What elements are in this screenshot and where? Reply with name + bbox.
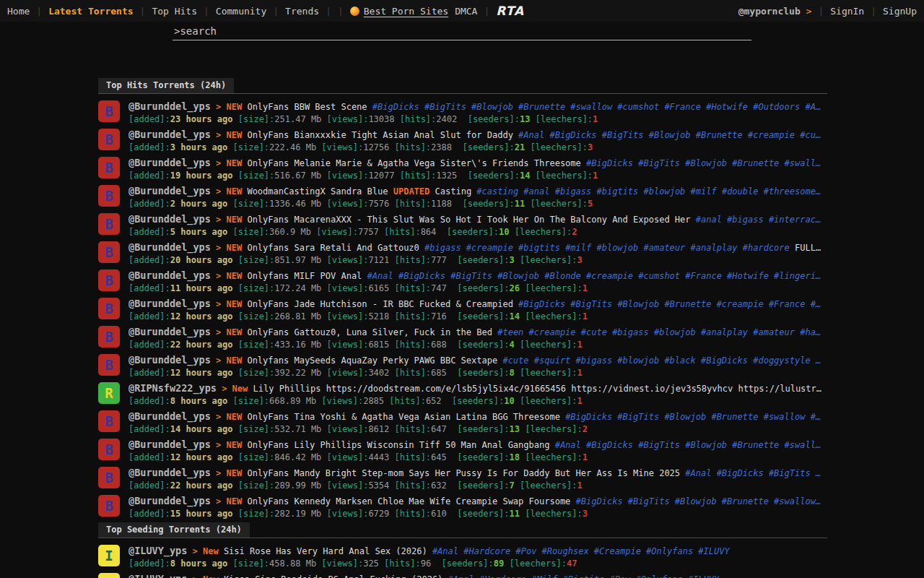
torrent-row[interactable]: B@Burunddel_yps > NEW WoodmanCastingX Sa… — [98, 182, 827, 210]
torrent-uploader[interactable]: @Burunddel_yps — [128, 100, 211, 112]
user-avatar[interactable]: B — [98, 100, 120, 122]
torrent-row[interactable]: B@Burunddel_yps > NEW OnlyFans Bianxxxki… — [98, 126, 827, 154]
nav-latest-torrents[interactable]: Latest Torrents — [48, 6, 133, 17]
search-input[interactable]: >search — [173, 23, 751, 40]
user-avatar[interactable]: I — [98, 545, 120, 566]
torrent-uploader[interactable]: @Burunddel_yps — [128, 439, 211, 450]
nav-community[interactable]: Community — [216, 6, 266, 17]
tag-links[interactable]: #BigDicks #BigTits #Blowjob #Brunette #c… — [518, 299, 821, 309]
nav-trends[interactable]: Trends — [285, 6, 319, 17]
torrent-row[interactable]: B@Burunddel_yps > NEW Onlyfans MaySeeds … — [98, 351, 827, 379]
torrent-row[interactable]: B@Burunddel_yps > NEW OnlyFans Melanie M… — [98, 154, 827, 182]
user-avatar[interactable]: B — [98, 241, 120, 263]
user-avatar[interactable]: B — [98, 410, 120, 432]
torrent-uploader[interactable]: @Burunddel_yps — [128, 467, 211, 478]
torrent-uploader[interactable]: @Burunddel_yps — [128, 129, 211, 140]
torrent-row[interactable]: B@Burunddel_yps > NEW OnlyFans BBW Best … — [98, 98, 827, 126]
nav-top-hits[interactable]: Top Hits — [152, 6, 197, 17]
tag-links[interactable]: #Anal #BigDicks #BigTits … — [685, 468, 821, 478]
torrent-uploader[interactable]: @Burunddel_yps — [128, 269, 211, 281]
torrent-title[interactable]: OnlyFans MacarenaXXX - This Slut Was So … — [247, 215, 690, 225]
tag-links[interactable]: #Anal #Hardcore #Milf #Bigtits #Pov #Onl… — [448, 574, 720, 578]
nav-dmca[interactable]: DMCA — [455, 6, 477, 17]
user-avatar[interactable]: B — [98, 326, 120, 348]
user-avatar[interactable]: B — [98, 467, 120, 488]
tag-links[interactable]: #casting #anal #bigass #bigtits #blowjob… — [476, 186, 821, 197]
torrent-title[interactable]: FULL… — [795, 243, 821, 253]
torrent-row[interactable]: B@Burunddel_yps > NEW OnlyFans Mandy Bri… — [98, 464, 827, 492]
torrent-title[interactable]: WoodmanCastingX Sandra Blue — [247, 186, 388, 197]
user-avatar[interactable]: I — [98, 573, 120, 578]
torrent-row[interactable]: B@Burunddel_yps > NEW OnlyFans Lily Phil… — [98, 436, 827, 464]
torrent-title[interactable]: OnlyFans Kennedy Marksen Chloe Mae Wife … — [247, 496, 570, 506]
user-avatar[interactable]: B — [98, 129, 120, 150]
signup-link[interactable]: SignUp — [883, 6, 917, 17]
torrent-title[interactable]: Onlyfans MILF POV Anal — [247, 271, 362, 281]
torrent-uploader[interactable]: @ILUVY_yps — [128, 573, 187, 578]
torrent-row[interactable]: B@Burunddel_yps > NEW OnlyFans Jade Hutc… — [98, 295, 827, 323]
user-avatar[interactable]: B — [98, 354, 120, 376]
user-avatar[interactable]: B — [98, 439, 120, 460]
tag-links[interactable]: #BigDicks #BigTits #Blowjob #Brunette #s… — [372, 102, 821, 112]
tag-links[interactable]: #Anal #Hardcore #Pov #Roughsex #Creampie… — [432, 546, 730, 556]
rta-logo[interactable]: RTA — [496, 4, 524, 18]
torrent-title[interactable]: OnlyFans Bianxxxkie Tight Asian Anal Slu… — [247, 130, 513, 140]
user-avatar[interactable]: B — [98, 213, 120, 235]
torrent-title[interactable]: OnlyFans Tina Yoshi & Agatha Vega Asian … — [247, 412, 559, 422]
user-avatar[interactable]: B — [98, 157, 120, 178]
torrent-title[interactable]: OnlyFans Gattouz0, Luna Silver, Fuck in … — [247, 327, 492, 337]
user-avatar[interactable]: R — [98, 382, 120, 404]
torrent-uploader[interactable]: @Burunddel_yps — [128, 354, 211, 366]
torrent-title[interactable]: OnlyFans Lily Phillips Wisconsin Tiff 50… — [247, 440, 549, 450]
torrent-uploader[interactable]: @RIPNsfw222_yps — [128, 382, 217, 394]
torrent-title[interactable]: Onlyfans MaySeeds AquaZay Perky PAWG BBC… — [247, 355, 497, 366]
seeders-value: 3 — [509, 255, 514, 265]
tag-links[interactable]: #bigass #creampie #bigtits #milf #blowjo… — [424, 243, 790, 253]
torrent-row[interactable]: B@Burunddel_yps > NEW OnlyFans Gattouz0,… — [98, 323, 827, 351]
tag-links[interactable]: #Anal #BigDicks #BigTits #Blowjob #Brune… — [555, 440, 821, 450]
torrent-title[interactable]: OnlyFans Melanie Marie & Agatha Vega Sis… — [247, 158, 580, 168]
tag-links[interactable]: #BigDicks #BigTits #Blowjob #Brunette #s… — [576, 496, 821, 506]
torrent-title[interactable]: OnlyFans Jade Hutchison - IR BBC Fucked … — [247, 299, 513, 309]
user-avatar[interactable]: B — [98, 185, 120, 207]
torrent-uploader[interactable]: @Burunddel_yps — [128, 213, 211, 225]
torrent-title[interactable]: Onlyfans Sara Retali And Gattouz0 — [247, 243, 419, 253]
torrent-row[interactable]: I@ILUVY_yps > New Sisi Rose Has Very Har… — [98, 542, 827, 570]
torrent-title[interactable]: OnlyFans Mandy Bright Step-mom Says Her … — [247, 468, 680, 478]
torrent-title[interactable]: Casting — [435, 186, 472, 197]
signin-link[interactable]: SignIn — [830, 6, 864, 17]
tag-links[interactable]: #BigDicks #BigTits #Blowjob #Brunette #s… — [565, 412, 821, 422]
user-avatar[interactable]: B — [98, 269, 120, 291]
tag-links[interactable]: #teen #creampie #cute #bigass #blowjob #… — [497, 327, 821, 337]
torrent-uploader[interactable]: @Burunddel_yps — [128, 185, 211, 197]
torrent-uploader[interactable]: @Burunddel_yps — [128, 326, 211, 337]
torrent-uploader[interactable]: @Burunddel_yps — [128, 298, 211, 309]
torrent-title[interactable]: OnlyFans BBW Best Scene — [247, 102, 367, 112]
user-avatar[interactable]: B — [98, 495, 120, 517]
torrent-row[interactable]: R@RIPNsfw222_yps > New Lily Phillips htt… — [98, 379, 827, 407]
tag-links[interactable]: #Anal #BigDicks #BigTits #Blowjob #Blond… — [367, 271, 821, 281]
torrent-row[interactable]: B@Burunddel_yps > NEW OnlyFans Tina Yosh… — [98, 407, 827, 436]
torrent-row[interactable]: B@Burunddel_yps > NEW OnlyFans MacarenaX… — [98, 210, 827, 238]
torrent-uploader[interactable]: @Burunddel_yps — [128, 495, 211, 506]
nav-home[interactable]: Home — [7, 6, 30, 17]
tag-links[interactable]: #anal #bigass #interrac… — [696, 215, 821, 225]
torrent-title[interactable]: Sisi Rose Has Very Hard Anal Sex (2026) — [224, 546, 427, 556]
torrent-row[interactable]: I@ILUVY_yps > New Kissa Sins Roadside BG… — [98, 570, 827, 578]
torrent-title[interactable]: Kissa Sins Roadside BG Anal Fucking (202… — [224, 574, 443, 578]
torrent-row[interactable]: B@Burunddel_yps > NEW OnlyFans Kennedy M… — [98, 492, 827, 520]
torrent-uploader[interactable]: @Burunddel_yps — [128, 241, 211, 253]
torrent-row[interactable]: B@Burunddel_yps > NEW Onlyfans MILF POV … — [98, 267, 827, 295]
tag-links[interactable]: #BigDicks #BigTits #Blowjob #Brunette #s… — [586, 158, 821, 168]
torrent-uploader[interactable]: @ILUVY_yps — [128, 545, 187, 556]
user-avatar[interactable]: B — [98, 298, 120, 319]
account-menu[interactable]: @mypornclub > — [738, 6, 812, 17]
torrent-uploader[interactable]: @Burunddel_yps — [128, 410, 211, 422]
torrent-title[interactable]: Lily Phillips https://doodstream.com/e/l… — [253, 384, 821, 394]
torrent-row[interactable]: B@Burunddel_yps > NEW Onlyfans Sara Reta… — [98, 238, 827, 267]
tag-links[interactable]: #Anal #BigDicks #BigTits #Blowjob #Brune… — [518, 130, 821, 140]
torrent-info: @Burunddel_yps > NEW Onlyfans Sara Retal… — [128, 241, 821, 267]
nav-best-porn-sites[interactable]: Best Porn Sites — [350, 6, 448, 17]
tag-links[interactable]: #cute #squirt #bigass #blowjob #black #B… — [502, 355, 821, 366]
torrent-uploader[interactable]: @Burunddel_yps — [128, 157, 211, 168]
